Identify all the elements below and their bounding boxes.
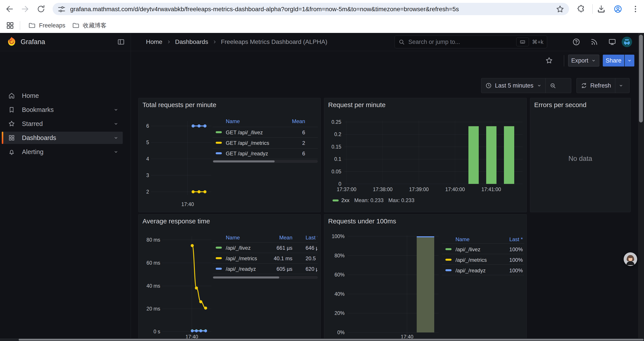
sidebar-item-label: Dashboards bbox=[22, 134, 56, 142]
time-range-picker[interactable]: Last 5 minutes bbox=[481, 78, 571, 93]
breadcrumb-dashboards[interactable]: Dashboards bbox=[175, 38, 208, 46]
panel-average-response-time: Average response time 0 s20 ms40 ms60 ms… bbox=[138, 214, 321, 341]
breadcrumb: Home Dashboards Freeleaps Metrics Dashbo… bbox=[146, 33, 327, 51]
data-point bbox=[199, 300, 202, 303]
back-icon[interactable] bbox=[5, 5, 14, 14]
url-text: grafana.mathmast.com/d/deytv4rwavabkb/fr… bbox=[70, 6, 550, 13]
extensions-icon[interactable] bbox=[576, 5, 586, 14]
axis-label: 80% bbox=[334, 253, 344, 258]
group-divider bbox=[545, 78, 546, 93]
forward-icon[interactable] bbox=[20, 5, 30, 14]
share-menu-button[interactable] bbox=[625, 55, 634, 67]
chart-canvas: 2345617:40 bbox=[138, 98, 321, 212]
collapse-sidebar-icon[interactable] bbox=[117, 38, 125, 46]
axis-label: 3 bbox=[146, 172, 149, 178]
brand-label: Grafana bbox=[20, 38, 45, 46]
reload-icon[interactable] bbox=[36, 5, 46, 14]
axis-label: 100% bbox=[332, 233, 344, 239]
data-point bbox=[191, 244, 194, 247]
home-icon bbox=[8, 92, 15, 99]
bookmark-folder-freeleaps[interactable]: Freeleaps bbox=[24, 20, 69, 31]
data-point bbox=[195, 329, 198, 332]
chevron-down-icon bbox=[591, 58, 596, 63]
favorite-dashboard-icon[interactable] bbox=[545, 56, 553, 65]
refresh-interval-icon[interactable] bbox=[618, 83, 624, 88]
bookmark-icon bbox=[8, 106, 15, 113]
clock-icon bbox=[485, 82, 492, 89]
data-point bbox=[200, 329, 202, 332]
browser-toolbar: grafana.mathmast.com/d/deytv4rwavabkb/fr… bbox=[0, 0, 644, 18]
keyboard-shortcut-badge bbox=[516, 38, 529, 46]
chevron-down-icon bbox=[536, 83, 542, 88]
bookmark-page-icon[interactable] bbox=[556, 5, 565, 14]
axis-label: 0% bbox=[337, 329, 344, 335]
chart-canvas: 00.050.10.150.20.2517:37:0017:38:0017:39… bbox=[324, 98, 527, 212]
bookmark-folder-blogs[interactable]: 收藏博客 bbox=[68, 20, 110, 31]
axis-label: 17:37:00 bbox=[337, 187, 356, 192]
axis-label: 17:41:00 bbox=[481, 187, 501, 192]
panel-title[interactable]: Errors per second bbox=[534, 101, 586, 109]
display-icon[interactable] bbox=[608, 38, 616, 46]
share-button[interactable]: Share bbox=[603, 55, 624, 67]
news-icon[interactable] bbox=[590, 38, 598, 46]
vertical-scrollbar[interactable] bbox=[638, 33, 644, 341]
legend-row[interactable]: 2xxMean: 0.233Max: 0.233 bbox=[332, 197, 414, 203]
axis-label: 17:40:00 bbox=[445, 187, 465, 192]
chevron-down-icon[interactable] bbox=[113, 121, 119, 127]
axis-label: 0 s bbox=[154, 329, 160, 334]
horizontal-scrollbar[interactable] bbox=[0, 338, 644, 341]
profile-icon[interactable] bbox=[613, 5, 622, 14]
sidebar-item-starred[interactable]: Starred bbox=[2, 118, 123, 130]
grafana-logo[interactable] bbox=[6, 37, 17, 47]
refresh-button[interactable]: Refresh bbox=[576, 78, 630, 93]
chevron-down-icon[interactable] bbox=[113, 107, 119, 113]
axis-label: 20% bbox=[334, 310, 344, 316]
legend-series-swatch bbox=[332, 199, 339, 201]
sidebar-item-home[interactable]: Home bbox=[2, 90, 123, 102]
site-settings-icon[interactable] bbox=[57, 5, 66, 14]
star-icon bbox=[8, 120, 15, 128]
sidebar-item-dashboards[interactable]: Dashboards bbox=[2, 132, 123, 144]
sidebar-header: Grafana bbox=[0, 33, 131, 51]
apps-grid-icon[interactable] bbox=[6, 21, 14, 30]
assistant-avatar[interactable] bbox=[624, 252, 637, 266]
sidebar-item-label: Home bbox=[22, 92, 39, 99]
axis-label: 6 bbox=[146, 123, 149, 129]
user-avatar[interactable] bbox=[622, 37, 632, 47]
legend-max: Max: 0.233 bbox=[388, 197, 414, 203]
bookmarks-bar: Freeleaps 收藏博客 bbox=[0, 18, 644, 33]
chart-canvas: 0 s20 ms40 ms60 ms80 ms17:40 bbox=[138, 214, 321, 341]
dashboard-controls: Last 5 minutes Refresh bbox=[131, 78, 644, 94]
search-input[interactable] bbox=[408, 38, 513, 46]
chevron-down-icon bbox=[627, 58, 632, 63]
axis-label: 17:38:00 bbox=[373, 187, 392, 192]
data-point bbox=[192, 124, 195, 128]
url-bar[interactable]: grafana.mathmast.com/d/deytv4rwavabkb/fr… bbox=[52, 3, 569, 15]
bar bbox=[468, 126, 479, 184]
dashboard-actions: Export Share bbox=[131, 51, 644, 71]
browser-menu-icon[interactable] bbox=[631, 5, 640, 14]
zoom-out-icon[interactable] bbox=[550, 82, 556, 89]
export-button[interactable]: Export bbox=[568, 55, 599, 67]
axis-label: 0.05 bbox=[332, 169, 341, 174]
bar bbox=[417, 236, 434, 237]
group-divider bbox=[615, 78, 615, 93]
search-box[interactable]: ⌘+k bbox=[394, 36, 547, 48]
bookmarks-divider bbox=[20, 21, 20, 30]
chevron-down-icon[interactable] bbox=[113, 149, 119, 155]
chevron-down-icon[interactable] bbox=[113, 135, 119, 141]
folder-icon bbox=[72, 22, 80, 30]
downloads-icon[interactable] bbox=[597, 5, 606, 14]
series-line bbox=[192, 245, 206, 308]
alerting-icon bbox=[8, 148, 15, 156]
folder-icon bbox=[28, 22, 36, 30]
help-icon[interactable] bbox=[572, 38, 580, 46]
vertical-scrollbar-thumb[interactable] bbox=[639, 35, 643, 122]
sidebar-item-alerting[interactable]: Alerting bbox=[2, 146, 123, 158]
time-range-label: Last 5 minutes bbox=[495, 82, 534, 89]
axis-label: 0.2 bbox=[334, 131, 341, 137]
breadcrumb-home[interactable]: Home bbox=[146, 38, 162, 46]
axis-label: 2 bbox=[146, 189, 149, 195]
sidebar-item-bookmarks[interactable]: Bookmarks bbox=[2, 104, 123, 116]
horizontal-scrollbar-thumb[interactable] bbox=[19, 339, 644, 340]
